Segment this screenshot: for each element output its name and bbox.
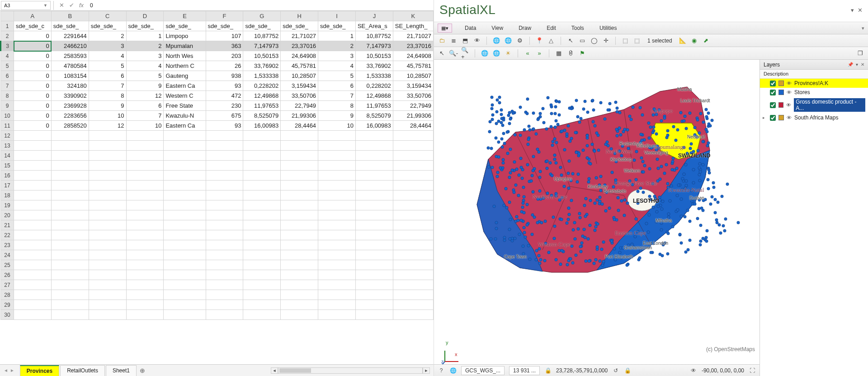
- cell[interactable]: 2466210: [51, 41, 89, 51]
- cell[interactable]: 6: [126, 101, 164, 111]
- cell[interactable]: 3,159434: [393, 81, 433, 91]
- header-cell[interactable]: SE_Length_: [393, 21, 433, 31]
- row-header[interactable]: 10: [1, 111, 14, 121]
- cell[interactable]: 22,7949: [281, 101, 318, 111]
- cell[interactable]: [281, 310, 318, 320]
- zoom-in-icon[interactable]: 🔍+: [461, 49, 469, 57]
- lock2-icon[interactable]: 🔒: [624, 367, 631, 374]
- cell[interactable]: [281, 270, 318, 280]
- cell[interactable]: [89, 240, 126, 250]
- scroll-thumb[interactable]: [279, 368, 311, 373]
- cell[interactable]: [164, 250, 206, 260]
- cell[interactable]: 3390902: [51, 91, 89, 101]
- cell[interactable]: 324180: [51, 81, 89, 91]
- help-icon[interactable]: ?: [438, 367, 445, 374]
- cell[interactable]: 5: [89, 61, 126, 71]
- layer-row[interactable]: 👁 Gross domestic product - A...: [760, 97, 868, 113]
- cell[interactable]: [206, 220, 243, 230]
- cell[interactable]: North Wes: [164, 51, 206, 61]
- arrow-tool-icon[interactable]: ↖: [438, 49, 446, 57]
- cell[interactable]: [355, 171, 393, 181]
- cell[interactable]: [243, 151, 281, 161]
- map-area[interactable]: LimpopoMpumalangaNorth WestNorthern Cape…: [434, 60, 760, 376]
- cell[interactable]: [243, 131, 281, 141]
- cell[interactable]: [14, 310, 52, 320]
- cell[interactable]: [318, 161, 356, 171]
- cell[interactable]: [164, 190, 206, 200]
- cell[interactable]: [355, 210, 393, 220]
- cell[interactable]: 2: [126, 41, 164, 51]
- globe-2-icon[interactable]: 🌐: [492, 49, 500, 57]
- pin-panel-icon[interactable]: 📌: [848, 62, 853, 67]
- cell[interactable]: [281, 190, 318, 200]
- menu-item[interactable]: Utilities: [599, 25, 617, 31]
- cell[interactable]: [14, 181, 52, 190]
- cell[interactable]: Eastern Ca: [164, 81, 206, 91]
- cell[interactable]: 10,87752: [243, 31, 281, 41]
- cell[interactable]: 26: [206, 61, 243, 71]
- cell[interactable]: [206, 260, 243, 270]
- cell[interactable]: 0: [14, 101, 52, 111]
- cell[interactable]: [126, 181, 164, 190]
- cell[interactable]: [206, 310, 243, 320]
- column-header[interactable]: I: [318, 11, 356, 21]
- cell[interactable]: [355, 200, 393, 210]
- layer-row[interactable]: 👁 Stores: [760, 88, 868, 97]
- cell[interactable]: [14, 220, 52, 230]
- cell[interactable]: [318, 190, 356, 200]
- cell[interactable]: [206, 190, 243, 200]
- cell[interactable]: [126, 190, 164, 200]
- zoom-out-icon[interactable]: 🔍-: [449, 49, 458, 57]
- cell[interactable]: 107: [206, 31, 243, 41]
- cell[interactable]: [281, 181, 318, 190]
- cell[interactable]: [318, 181, 356, 190]
- cell[interactable]: 1,533338: [243, 71, 281, 81]
- cell[interactable]: 11,97653: [243, 101, 281, 111]
- cell[interactable]: 2583593: [51, 51, 89, 61]
- cell[interactable]: [89, 270, 126, 280]
- formula-input[interactable]: 0: [86, 2, 434, 9]
- folder-icon[interactable]: 🗀: [438, 37, 446, 45]
- cell[interactable]: [51, 210, 89, 220]
- cell[interactable]: [126, 220, 164, 230]
- cell[interactable]: [206, 171, 243, 181]
- cell[interactable]: [89, 280, 126, 290]
- cell[interactable]: 0: [14, 71, 52, 81]
- cell[interactable]: [318, 220, 356, 230]
- eye-icon[interactable]: 👁: [690, 367, 697, 374]
- layer-eye-icon[interactable]: 👁: [787, 115, 792, 120]
- header-cell[interactable]: sde_sde_c: [14, 21, 52, 31]
- prev-icon[interactable]: «: [524, 49, 532, 57]
- cell[interactable]: [355, 240, 393, 250]
- cell[interactable]: 0: [14, 51, 52, 61]
- cell[interactable]: [126, 161, 164, 171]
- cell[interactable]: [164, 240, 206, 250]
- cancel-formula-button[interactable]: ✕: [57, 1, 66, 10]
- cell[interactable]: [355, 310, 393, 320]
- row-header[interactable]: 4: [1, 51, 14, 61]
- row-header[interactable]: 12: [1, 131, 14, 141]
- cell[interactable]: [355, 181, 393, 190]
- sheet-tab[interactable]: Provinces: [20, 365, 59, 376]
- cell[interactable]: 2: [318, 41, 356, 51]
- cell[interactable]: [89, 250, 126, 260]
- row-header[interactable]: 13: [1, 141, 14, 151]
- cell[interactable]: 4: [318, 61, 356, 71]
- header-cell[interactable]: sde_sde_: [206, 21, 243, 31]
- cell[interactable]: [164, 210, 206, 220]
- cell[interactable]: [243, 190, 281, 200]
- cell[interactable]: [355, 250, 393, 260]
- cell[interactable]: 0,228202: [355, 81, 393, 91]
- cell[interactable]: [89, 131, 126, 141]
- cell[interactable]: 8: [318, 101, 356, 111]
- layer-checkbox[interactable]: [770, 102, 776, 108]
- cell[interactable]: 9: [318, 111, 356, 121]
- cell[interactable]: [164, 181, 206, 190]
- cell[interactable]: 1,533338: [355, 71, 393, 81]
- cell[interactable]: 21,99306: [393, 111, 433, 121]
- cell[interactable]: [393, 260, 433, 270]
- cog-icon[interactable]: ⚙: [516, 37, 524, 45]
- cell[interactable]: [281, 220, 318, 230]
- row-header[interactable]: 20: [1, 210, 14, 220]
- row-header[interactable]: 1: [1, 21, 14, 31]
